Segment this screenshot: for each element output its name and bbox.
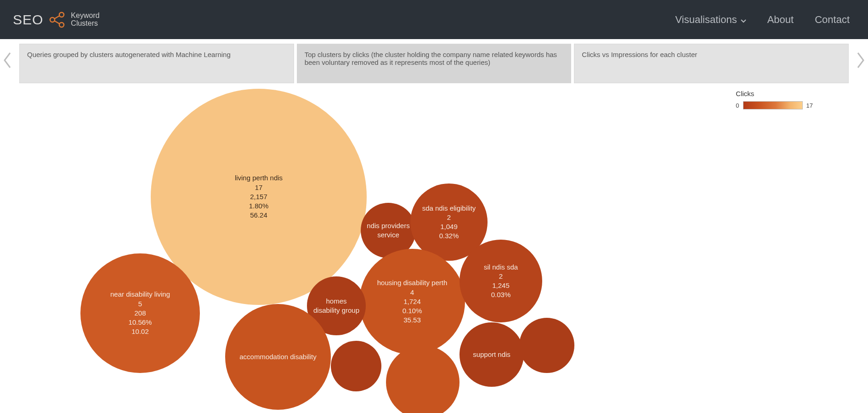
bubble-label: sil ndis sda	[484, 263, 518, 272]
tab-label: Queries grouped by clusters autogenerate…	[27, 51, 231, 58]
bubble-ctr: 0.10%	[403, 306, 422, 315]
legend-min: 0	[736, 102, 739, 109]
nav-links: Visualisations About Contact	[675, 14, 850, 26]
share-cluster-icon	[48, 11, 66, 29]
tab-label: Clicks vs Impressions for each cluster	[582, 51, 697, 58]
svg-line-4	[54, 21, 60, 24]
carousel-prev-button[interactable]	[3, 51, 13, 71]
nav-about-label: About	[767, 14, 794, 26]
bubble-label-line2: disability group	[313, 306, 359, 315]
brand-line1: Keyword	[71, 12, 99, 20]
bubble-partial-3[interactable]	[519, 318, 574, 373]
bubble-impressions: 2,157	[250, 192, 267, 201]
nav-visualisations-label: Visualisations	[675, 14, 737, 26]
nav-visualisations[interactable]: Visualisations	[675, 14, 746, 26]
bubble-partial-2[interactable]	[386, 345, 460, 413]
nav-about[interactable]: About	[767, 14, 794, 26]
bubble-sil-ndis-sda[interactable]: sil ndis sda 2 1,245 0.03%	[460, 240, 542, 322]
bubble-impressions: 1,724	[403, 297, 421, 306]
legend-gradient	[743, 101, 803, 109]
bubble-ctr: 10.56%	[129, 318, 152, 327]
bubble-label-line1: homes	[326, 297, 346, 306]
nav-contact[interactable]: Contact	[815, 14, 850, 26]
tab-top-clusters-clicks[interactable]: Top clusters by clicks (the cluster hold…	[297, 44, 572, 83]
brand-seo-text: SEO	[13, 12, 43, 28]
svg-point-1	[59, 12, 64, 17]
brand[interactable]: SEO Keyword Clusters	[13, 11, 100, 29]
legend-title: Clicks	[736, 90, 813, 98]
bubble-clicks: 17	[255, 183, 263, 192]
svg-point-2	[59, 23, 64, 27]
tab-queries-clusters[interactable]: Queries grouped by clusters autogenerate…	[19, 44, 294, 83]
tabs-carousel: Queries grouped by clusters autogenerate…	[0, 39, 868, 83]
bubble-position: 35.53	[403, 315, 421, 325]
bubble-near-disability-living[interactable]: near disability living 5 208 10.56% 10.0…	[80, 253, 200, 373]
brand-line2: Clusters	[71, 20, 99, 28]
bubble-label: sda ndis eligibility	[422, 204, 476, 213]
bubble-position: 56.24	[250, 211, 267, 220]
caret-down-icon	[741, 14, 746, 26]
brand-subtext: Keyword Clusters	[71, 12, 99, 28]
svg-line-3	[54, 16, 60, 19]
bubble-impressions: 1,245	[492, 281, 510, 290]
navbar: SEO Keyword Clusters Visualisations Abou…	[0, 0, 868, 39]
bubble-clicks: 2	[447, 213, 451, 222]
bubble-label: housing disability perth	[377, 278, 448, 287]
svg-point-0	[50, 17, 55, 22]
color-legend: Clicks 0 17	[736, 90, 813, 109]
tab-clicks-vs-impressions[interactable]: Clicks vs Impressions for each cluster	[574, 44, 849, 83]
bubble-housing-disability-perth[interactable]: housing disability perth 4 1,724 0.10% 3…	[359, 249, 465, 355]
bubble-chart[interactable]: Clicks 0 17 living perth ndis 17 2,157 1…	[0, 83, 868, 413]
bubble-label: living perth ndis	[235, 173, 283, 183]
legend-max: 17	[806, 102, 813, 109]
bubble-clicks: 5	[138, 299, 142, 309]
bubble-label: accommodation disability	[239, 352, 317, 361]
bubble-clicks: 4	[410, 288, 414, 297]
bubble-impressions: 208	[134, 309, 146, 318]
bubble-position: 10.02	[131, 327, 149, 336]
nav-contact-label: Contact	[815, 14, 850, 26]
bubble-impressions: 1,049	[440, 222, 458, 231]
bubble-label: near disability living	[110, 290, 170, 299]
bubble-support-ndis[interactable]: support ndis	[460, 322, 524, 387]
bubble-ctr: 0.03%	[491, 290, 511, 299]
tab-label: Top clusters by clicks (the cluster hold…	[305, 51, 557, 66]
carousel-next-button[interactable]	[855, 51, 865, 71]
bubble-label-line1: ndis providers	[367, 221, 409, 230]
bubble-ctr: 1.80%	[249, 201, 269, 211]
bubble-label: support ndis	[473, 350, 511, 359]
bubble-clicks: 2	[499, 272, 503, 281]
bubble-ctr: 0.32%	[439, 231, 459, 241]
bubble-accommodation-disability[interactable]: accommodation disability	[225, 304, 331, 410]
bubble-partial-1[interactable]	[331, 341, 381, 391]
bubble-label-line2: service	[377, 230, 399, 240]
